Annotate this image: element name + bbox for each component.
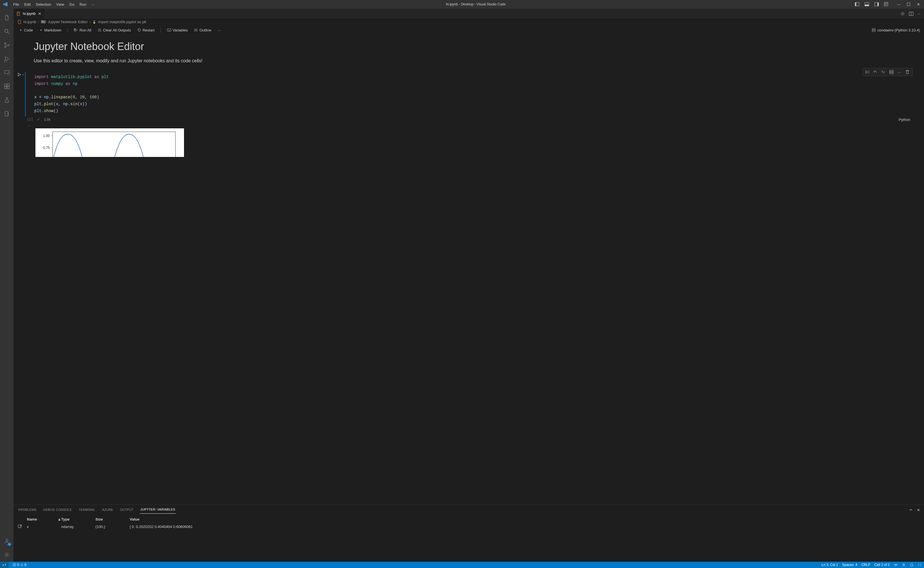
plus-icon: ＋ bbox=[19, 27, 23, 33]
kernel-selector[interactable]: condaenv (Python 3.10.4) bbox=[877, 28, 920, 32]
cell-more-icon[interactable]: ··· bbox=[897, 69, 902, 75]
code-editor[interactable]: import matplotlib.pyplot as plt import n… bbox=[25, 72, 913, 116]
split-editor-icon[interactable] bbox=[909, 11, 913, 16]
sort-asc-icon[interactable]: ▲ bbox=[57, 517, 61, 521]
svg-point-18 bbox=[8, 73, 9, 75]
delete-cell-icon[interactable] bbox=[905, 69, 910, 75]
settings-gear-icon[interactable] bbox=[0, 548, 14, 562]
notebook-editor: Jupyter Notebook Editor Use this editor … bbox=[14, 35, 924, 505]
table-row[interactable]: x ndarray (100,) [ 0. 0.2020202 0.404040… bbox=[18, 523, 920, 530]
svg-point-63 bbox=[903, 564, 904, 565]
notebook-toolbar: ＋ Code ＋ Markdown │ Run All Clear All Ou… bbox=[14, 25, 924, 35]
svg-rect-19 bbox=[4, 84, 6, 86]
add-code-cell-button[interactable]: ＋ Code bbox=[18, 27, 34, 33]
menu-more-icon[interactable]: ··· bbox=[89, 1, 97, 8]
testing-icon[interactable] bbox=[0, 93, 14, 107]
panel-close-icon[interactable]: ✕ bbox=[917, 508, 920, 512]
window-title: hi.ipynb - Desktop - Visual Studio Code bbox=[97, 2, 855, 6]
remote-explorer-icon[interactable] bbox=[0, 66, 14, 80]
run-debug-icon[interactable] bbox=[0, 52, 14, 66]
toolbar-more-icon[interactable]: ··· bbox=[216, 27, 222, 33]
layout-sidebar-left-icon[interactable] bbox=[855, 2, 859, 7]
svg-point-14 bbox=[5, 46, 6, 48]
cursor-position[interactable]: Ln 3, Col 1 bbox=[822, 563, 838, 567]
explorer-icon[interactable] bbox=[0, 11, 14, 24]
tab-more-icon[interactable]: ··· bbox=[917, 11, 921, 16]
search-icon[interactable] bbox=[0, 24, 14, 38]
add-markdown-cell-button[interactable]: ＋ Markdown bbox=[38, 27, 63, 33]
notebook-file-icon bbox=[18, 20, 22, 24]
column-name[interactable]: Name ▲ bbox=[27, 517, 61, 521]
variables-button[interactable]: x Variables bbox=[166, 27, 189, 33]
run-by-line-icon[interactable] bbox=[865, 69, 870, 75]
menu-view[interactable]: View bbox=[54, 1, 66, 8]
panel-maximize-icon[interactable] bbox=[909, 508, 913, 512]
problems-status[interactable]: ⓧ0 ⚠0 bbox=[12, 563, 26, 567]
cell-status-bar: [1] ✓ 1.0s Python bbox=[25, 116, 913, 123]
menu-file[interactable]: File bbox=[11, 1, 21, 8]
customize-layout-icon[interactable] bbox=[884, 2, 889, 7]
svg-point-44 bbox=[194, 29, 195, 29]
menu-go[interactable]: Go bbox=[67, 1, 77, 8]
menu-run[interactable]: Run bbox=[77, 1, 89, 8]
window-close-icon[interactable]: ✕ bbox=[916, 2, 921, 7]
code-cell[interactable]: ··· import matplotlib.pyplot as plt impo… bbox=[25, 72, 913, 157]
breadcrumb-file[interactable]: hi.ipynb bbox=[23, 20, 36, 24]
menu-selection[interactable]: Selection bbox=[33, 1, 53, 8]
notebook-settings-icon[interactable] bbox=[900, 11, 905, 16]
tab-close-icon[interactable]: ✕ bbox=[38, 11, 41, 16]
jupyter-server-icon[interactable] bbox=[918, 563, 922, 567]
breadcrumb-editor[interactable]: Jupyter Notebook Editor bbox=[48, 20, 87, 24]
feedback-icon[interactable] bbox=[902, 563, 906, 567]
notifications-bell-icon[interactable] bbox=[910, 563, 914, 567]
svg-point-61 bbox=[894, 564, 896, 565]
svg-rect-10 bbox=[907, 3, 910, 6]
var-size: (100,) bbox=[95, 524, 130, 529]
outline-icon bbox=[194, 28, 198, 32]
svg-text:0.75: 0.75 bbox=[43, 146, 50, 150]
extensions-icon[interactable] bbox=[0, 80, 14, 93]
cell-language[interactable]: Python bbox=[899, 118, 910, 122]
source-control-icon[interactable] bbox=[0, 38, 14, 52]
breadcrumb[interactable]: hi.ipynb › M↓ Jupyter Notebook Editor › … bbox=[14, 18, 924, 25]
column-value[interactable]: Value bbox=[130, 517, 920, 521]
column-type[interactable]: Type bbox=[61, 517, 95, 521]
remote-indicator[interactable] bbox=[0, 562, 9, 568]
open-variable-icon[interactable] bbox=[18, 524, 27, 529]
execute-below-icon[interactable] bbox=[881, 69, 886, 75]
menu-edit[interactable]: Edit bbox=[22, 1, 33, 8]
panel-tab-jupyter-variables[interactable]: JUPYTER: VARIABLES bbox=[140, 506, 176, 514]
cell-run-button[interactable] bbox=[17, 73, 24, 77]
panel-tab-terminal[interactable]: TERMINAL bbox=[78, 507, 96, 514]
execute-above-icon[interactable] bbox=[873, 69, 878, 75]
run-all-button[interactable]: Run All bbox=[73, 27, 92, 33]
panel-tab-azure[interactable]: AZURE bbox=[101, 507, 114, 514]
titlebar: File Edit Selection View Go Run ··· hi.i… bbox=[0, 0, 924, 9]
layout-panel-icon[interactable] bbox=[865, 2, 869, 7]
clear-outputs-button[interactable]: Clear All Outputs bbox=[96, 27, 132, 33]
window-minimize-icon[interactable]: ─ bbox=[897, 2, 901, 7]
panel-tab-output[interactable]: OUTPUT bbox=[119, 507, 134, 514]
accounts-icon[interactable]: 1 bbox=[0, 534, 14, 548]
chevron-down-icon[interactable] bbox=[22, 73, 24, 76]
panel-tab-debug-console[interactable]: DEBUG CONSOLE bbox=[43, 507, 72, 514]
layout-sidebar-right-icon[interactable] bbox=[874, 2, 879, 7]
cell-position[interactable]: Cell 2 of 2 bbox=[874, 563, 890, 567]
run-all-icon bbox=[74, 28, 78, 32]
output-menu-icon[interactable]: ··· bbox=[25, 123, 913, 128]
error-icon: ⓧ bbox=[12, 563, 16, 567]
editor-tab[interactable]: hi.ipynb ✕ bbox=[14, 9, 45, 18]
eol-status[interactable]: CRLF bbox=[861, 563, 870, 567]
column-size[interactable]: Size bbox=[95, 517, 130, 521]
notebook-subtitle: Use this editor to create, view, modify … bbox=[34, 58, 904, 63]
svg-point-62 bbox=[896, 564, 897, 565]
breadcrumb-symbol[interactable]: import matplotlib.pyplot as plt bbox=[98, 20, 146, 24]
panel-tab-problems[interactable]: PROBLEMS bbox=[18, 507, 37, 514]
jupyter-icon[interactable] bbox=[0, 107, 14, 121]
restart-kernel-button[interactable]: Restart bbox=[136, 27, 156, 33]
outline-button[interactable]: Outline bbox=[193, 27, 212, 33]
copilot-icon[interactable] bbox=[894, 563, 898, 567]
indentation-status[interactable]: Spaces: 4 bbox=[842, 563, 857, 567]
window-maximize-icon[interactable] bbox=[906, 2, 911, 7]
split-cell-icon[interactable] bbox=[889, 69, 894, 75]
